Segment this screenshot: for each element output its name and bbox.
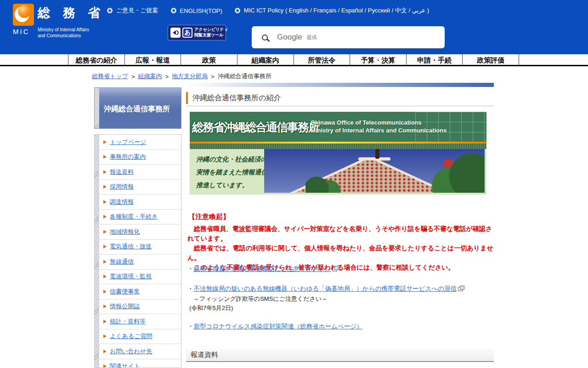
sidebar-item-faq[interactable]: よくあるご質問 (99, 329, 181, 345)
link-feedback-label: ご意見・ご提案 (116, 6, 158, 15)
hibiscus-bush-right (430, 149, 485, 193)
logo-title: 総 務 省 (38, 5, 105, 21)
speaker-icon (170, 28, 181, 38)
covid-measures-link[interactable]: 新型コロナウイルス感染症対策関連（総務省ホームページ） (194, 323, 363, 330)
caution-heading: 【注意喚起】 (188, 213, 230, 221)
triangle-bullet-icon (103, 185, 107, 189)
link-ict-policy-label: MIC ICT Policy ( English / Français / Es… (244, 6, 429, 15)
nav-item-evaluation[interactable]: 政策評価 (462, 54, 519, 66)
breadcrumb-separator: > (165, 73, 169, 80)
link-feedback[interactable]: ご意見・ご提案 (107, 6, 158, 15)
sidebar-item-procurement[interactable]: 調達情報 (99, 195, 181, 210)
hibiscus-bush-left (305, 171, 342, 193)
triangle-bullet-icon (103, 350, 107, 353)
link-english-top[interactable]: ENGLISH(TOP) (171, 7, 222, 14)
banner-title: 総務省沖縄総合通信事務所 (192, 120, 319, 135)
triangle-bullet-icon (103, 215, 107, 218)
green-texture-strip (190, 144, 486, 149)
nav-item-about[interactable]: 総務省の紹介 (68, 54, 124, 66)
triangle-bullet-icon (103, 305, 107, 308)
logo-mic-text: MIC (13, 28, 30, 35)
mic-logo-icon (13, 4, 34, 26)
link-mic-ict-policy[interactable]: MIC ICT Policy ( English / Français / Es… (235, 6, 429, 15)
sidebar-item-telecom-broadcast[interactable]: 電気通信・放送 (99, 240, 181, 255)
office-banner: 総務省沖縄総合通信事務所 Okinawa Office of Telecommu… (190, 112, 486, 195)
triangle-bullet-icon (103, 290, 107, 293)
sidebar-item-press[interactable]: 報道資料 (99, 165, 181, 180)
triangle-bullet-icon (103, 364, 107, 368)
circle-bullet-icon (235, 8, 240, 13)
date-note: (令和7年5月2日) (189, 304, 233, 312)
link-row-suspicious-calls: ・総務省職員を名乗る不審電話にご注意ください。 (187, 265, 339, 273)
breadcrumb-current: 沖縄総合通信事務所 (218, 72, 271, 80)
triangle-bullet-icon (103, 170, 107, 174)
triangle-bullet-icon (103, 155, 107, 159)
sidebar-item-procedures[interactable]: 各種制度・手続き (99, 210, 181, 225)
shisa-statue (375, 149, 379, 159)
nav-item-laws[interactable]: 所管法令 (294, 54, 350, 66)
accessibility-label: アクセシビリティ 閲覧支援ツール (194, 27, 228, 38)
suspicious-calls-link[interactable]: 総務省職員を名乗る不審電話にご注意ください。 (194, 265, 332, 272)
sidebar-item-radio[interactable]: 無線通信 (99, 254, 181, 270)
triangle-bullet-icon (103, 260, 107, 264)
external-link-icon (333, 266, 339, 271)
logo-subtitle-line1: Ministry of Internal Affairs (38, 27, 89, 33)
triangle-bullet-icon (103, 245, 107, 248)
fake-base-station-link[interactable]: 不法無線局の疑いのある無線機器（いわゆる「偽基地局」）からの携帯電話サービスへの… (194, 285, 457, 292)
sidebar-item-statistics[interactable]: 統計・資料等 (99, 314, 181, 329)
triangle-bullet-icon (103, 230, 107, 234)
logo-subtitle: Ministry of Internal Affairs and Communi… (38, 27, 89, 39)
caution-paragraph: 総務省では、電話の利用等に関して、個人情報を尋ねたり、金品を要求したりすることは… (187, 243, 494, 263)
triangle-bullet-icon (103, 320, 107, 323)
sidebar-item-top-page[interactable]: トップページ (99, 135, 181, 150)
phishing-sms-note: ～フィッシング詐欺等のSMSにご注意ください～ (193, 295, 328, 303)
sidebar-item-regional-info[interactable]: 地域情報化 (99, 224, 181, 240)
search-icon (262, 34, 268, 40)
breadcrumb-link-home[interactable]: 総務省トップ (92, 72, 128, 80)
nav-item-policy[interactable]: 政策 (181, 54, 237, 66)
sidebar-item-radio-monitoring[interactable]: 電波環境・監視 (99, 270, 181, 285)
sidebar-item-contact[interactable]: お問い合わせ先 (99, 344, 181, 359)
sidebar-item-correspondence[interactable]: 信書便事業 (99, 284, 181, 299)
link-row-fake-base-station: ・不法無線局の疑いのある無線機器（いわゆる「偽基地局」）からの携帯電話サービスへ… (187, 285, 464, 293)
circle-bullet-icon (107, 8, 113, 13)
okinawa-roof-photo (264, 149, 485, 193)
nav-item-application[interactable]: 申請・手続 (406, 54, 463, 66)
press-release-section-heading: 報道資料 (186, 348, 494, 362)
triangle-bullet-icon (103, 140, 107, 144)
nav-item-organization[interactable]: 組織案内 (237, 54, 294, 66)
triangle-bullet-icon (103, 334, 107, 338)
site-search-input[interactable]: Google 提供 (252, 26, 445, 48)
banner-subtitle: Okinawa Office of Telecommunications Min… (311, 119, 447, 135)
accessibility-tool-button[interactable]: あ アクセシビリティ 閲覧支援ツール (168, 25, 226, 40)
breadcrumb-separator: > (211, 73, 215, 80)
nav-item-budget[interactable]: 予算・決算 (350, 54, 406, 66)
caution-paragraph: 総務省職員、電波監理審議会、サイバー対策室などを名乗り、うそや作り話を騙る不審な… (187, 224, 494, 243)
page-title: 沖縄総合通信事務所の紹介 (186, 92, 494, 104)
triangle-bullet-icon (103, 275, 107, 278)
breadcrumb-link-organization[interactable]: 組織案内 (138, 72, 162, 80)
external-link-icon (458, 286, 464, 291)
header-top-links: ご意見・ご提案 ENGLISH(TOP) MIC ICT Policy ( En… (107, 6, 429, 15)
sidebar-title-box: 沖縄総合通信事務所 (94, 87, 181, 129)
site-header: MIC 総 務 省 Ministry of Internal Affairs a… (0, 0, 588, 54)
sidebar-item-recruit[interactable]: 採用情報 (99, 180, 181, 195)
nav-item-press[interactable]: 広報・報道 (124, 54, 181, 66)
breadcrumb-separator: > (131, 73, 135, 80)
circle-bullet-icon (171, 8, 176, 13)
page-heading-box: 沖縄総合通信事務所の紹介 (186, 92, 494, 106)
link-english-label: ENGLISH(TOP) (180, 7, 222, 14)
content-top-gradient-bar (186, 83, 494, 87)
sidebar-item-related-sites[interactable]: 関連サイト (99, 359, 181, 368)
sidebar-item-disclosure[interactable]: 情報公開誌 (99, 299, 181, 315)
triangle-bullet-icon (103, 200, 107, 204)
global-nav: 総務省の紹介 広報・報道 政策 組織案内 所管法令 予算・決算 申請・手続 政策… (0, 54, 588, 66)
search-engine-label: Google (277, 33, 302, 42)
sidebar-title: 沖縄総合通信事務所 (104, 104, 177, 114)
breadcrumb-link-regional[interactable]: 地方支分部局 (172, 72, 208, 80)
mic-logo[interactable] (13, 4, 34, 26)
logo-subtitle-line2: and Communications (38, 33, 89, 39)
sidebar-item-office-guide[interactable]: 事務所の案内 (99, 150, 181, 165)
kana-a-icon: あ (182, 28, 192, 38)
breadcrumb: 総務省トップ > 組織案内 > 地方支分部局 > 沖縄総合通信事務所 (92, 72, 271, 80)
